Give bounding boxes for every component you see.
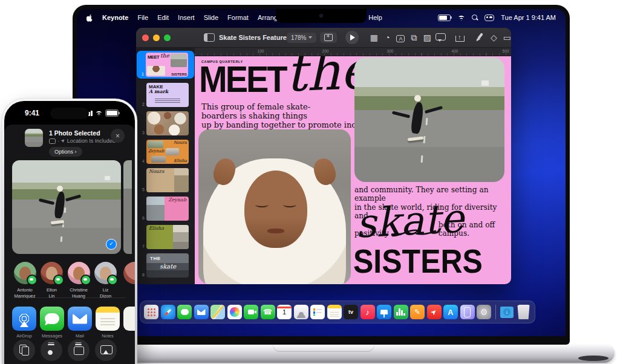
search-icon[interactable] [472, 15, 478, 21]
slide-outro-script[interactable]: skate [354, 198, 465, 244]
slide-number: 8 [139, 273, 145, 278]
slide-thumbnail-1[interactable]: 1 MEET the SISTERS [137, 51, 194, 79]
copy-action-button[interactable] [13, 339, 35, 361]
slide-thumbnail-5[interactable]: 5 Noura [136, 168, 195, 192]
fullscreen-button[interactable] [164, 34, 171, 41]
dock-messages-icon[interactable] [177, 305, 192, 319]
slide-headline[interactable]: MEET [199, 60, 286, 98]
dock-safari-icon[interactable] [161, 305, 175, 319]
contact-elton[interactable]: EltonLin [39, 262, 65, 299]
dock-phone-icon[interactable] [261, 305, 275, 319]
menu-item-file[interactable]: File [137, 14, 148, 21]
thumb-photo [171, 54, 187, 67]
format-button[interactable] [474, 31, 487, 44]
share-button[interactable] [453, 31, 466, 44]
dock-trash-icon[interactable] [517, 305, 531, 319]
dock-contacts-icon[interactable] [294, 305, 308, 319]
play-button[interactable] [345, 31, 359, 44]
slide-photo-portrait[interactable] [198, 129, 351, 284]
menu-app-name[interactable]: Keynote [102, 14, 128, 21]
dock-photos-icon[interactable] [227, 305, 242, 319]
add-slide-button[interactable] [320, 32, 337, 43]
dock-tv-icon[interactable]: tv [344, 305, 358, 319]
airplay-action-button[interactable] [95, 339, 117, 361]
dock-mail-icon[interactable] [194, 305, 209, 319]
menu-clock[interactable]: Tue Apr 1 9:41 AM [501, 14, 556, 21]
next-photo-partial[interactable] [123, 160, 132, 254]
messages-icon [40, 307, 64, 331]
animate-button[interactable] [487, 31, 500, 44]
dock-iphone-mirroring-icon[interactable] [460, 305, 475, 319]
zoom-control[interactable]: 178% [287, 33, 317, 43]
contact-christine[interactable]: ChristineHuang [66, 262, 91, 299]
apple-menu-icon[interactable] [86, 14, 93, 22]
dock-calendar-icon[interactable]: 1 [277, 305, 292, 319]
menu-item-edit[interactable]: Edit [157, 14, 169, 21]
dock-pages-icon[interactable] [410, 305, 425, 319]
share-mail[interactable]: Mail [68, 307, 92, 339]
messages-badge-icon [53, 275, 64, 285]
share-airdrop[interactable]: AirDrop [12, 307, 36, 339]
wifi-icon[interactable] [457, 15, 465, 21]
dock-numbers-icon[interactable] [394, 305, 408, 319]
share-app-partial[interactable] [123, 307, 135, 331]
slide-outro[interactable]: SISTERS [353, 244, 483, 278]
menu-item-slide[interactable]: Slide [204, 14, 218, 21]
macbook-screen: Keynote File Edit Insert Slide Format Ar… [73, 5, 570, 345]
dock-rocket-icon[interactable] [427, 305, 442, 319]
slide-thumbnail-2[interactable]: 2 MAKEA mark [136, 83, 195, 107]
control-center-icon[interactable] [484, 15, 494, 21]
options-button[interactable]: Options › [49, 147, 82, 157]
document-button[interactable] [500, 31, 511, 44]
sidebar-toggle-icon[interactable] [204, 33, 215, 42]
text-button[interactable] [394, 31, 407, 44]
table-button[interactable] [367, 31, 380, 44]
zoom-level: 178% [291, 34, 307, 41]
slide-thumbnail-3[interactable]: 3 [136, 111, 195, 135]
menu-item-format[interactable]: Format [227, 14, 249, 21]
comment-button[interactable] [434, 31, 447, 44]
dock-maps-icon[interactable] [210, 305, 225, 319]
dock-keynote-icon[interactable] [377, 305, 391, 319]
airdrop-contacts-row: AntonioManriquez EltonLin ChristineHuang… [12, 262, 119, 299]
slide-thumbnail-4[interactable]: 4 Noura Zeynab Elisha [136, 140, 195, 164]
slide-number: 1 [138, 72, 144, 77]
slide-thumbnail-6[interactable]: 6 Zeynab [136, 197, 195, 221]
close-button[interactable] [142, 34, 149, 41]
close-button[interactable]: × [111, 129, 125, 143]
thumb-photo [174, 168, 189, 192]
dock-system-settings-icon[interactable] [477, 305, 491, 319]
dynamic-island [50, 108, 89, 119]
slide-canvas[interactable]: CAMPUS QUARTERLY MEET the This group of … [195, 56, 511, 284]
battery-icon[interactable] [438, 15, 451, 21]
contact-partial[interactable] [123, 262, 135, 284]
shape-button[interactable] [407, 31, 420, 44]
selected-photo[interactable]: ✓ [12, 160, 121, 254]
slide-thumbnail-8[interactable]: 8 THEskate [136, 253, 195, 278]
avatar [41, 262, 63, 284]
macbook-lid-notch [273, 345, 374, 352]
dock-facetime-icon[interactable] [244, 305, 258, 319]
share-notes[interactable]: Notes [96, 307, 120, 339]
add-to-album-button[interactable] [68, 339, 90, 361]
dock-reminders-icon[interactable] [310, 305, 325, 319]
share-sheet: 1 Photo Selected · ➤ Location Is Include… [4, 125, 135, 364]
menu-item-insert[interactable]: Insert [178, 14, 195, 21]
media-button[interactable] [420, 31, 434, 44]
dock-app-store-icon[interactable]: A [443, 305, 458, 319]
chart-button[interactable] [380, 31, 394, 44]
slide-photo-skater[interactable] [354, 57, 504, 182]
caption-icon [49, 138, 56, 144]
add-to-shared-album-button[interactable] [41, 339, 62, 361]
slide-thumbnail-7[interactable]: 7 Elisha [136, 225, 195, 249]
dock-launchpad-icon[interactable] [144, 305, 158, 319]
avatar [68, 262, 90, 284]
menu-item-help[interactable]: Help [368, 14, 382, 21]
minimize-button[interactable] [153, 34, 160, 41]
dock-notes-icon[interactable] [327, 305, 342, 319]
share-messages[interactable]: Messages [40, 307, 64, 339]
dock-music-icon[interactable] [360, 305, 375, 319]
dock-downloads-folder-icon[interactable] [500, 305, 514, 319]
contact-antonio[interactable]: AntonioManriquez [12, 262, 38, 299]
contact-liz[interactable]: LizDizon [93, 262, 119, 299]
